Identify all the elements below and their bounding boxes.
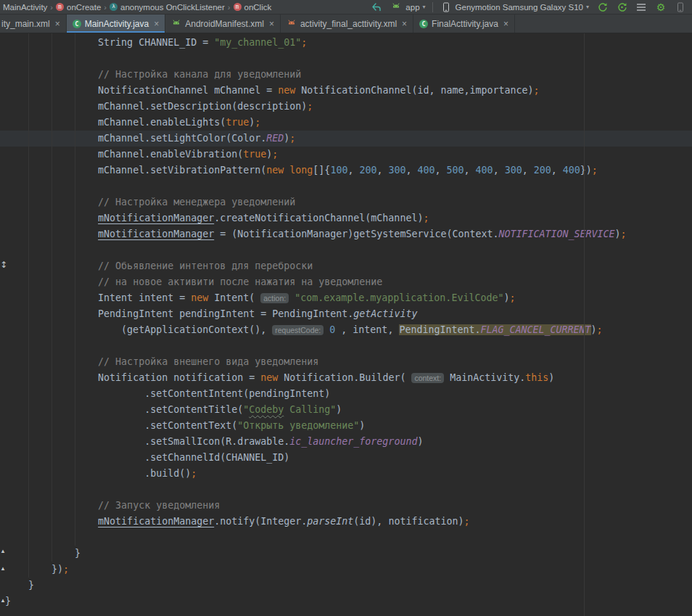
- phone-icon: [440, 1, 453, 14]
- menu-list-icon[interactable]: [635, 1, 648, 14]
- code-token: ;: [423, 213, 429, 223]
- code-token: ic_launcher_foreground: [289, 436, 417, 447]
- code-token: ): [591, 324, 597, 335]
- android-icon: [390, 1, 403, 14]
- code-token: mChannel.setLightColor(Color.: [98, 133, 266, 144]
- code-line[interactable]: [5, 482, 692, 498]
- code-line[interactable]: (getApplicationContext(), requestCode: 0…: [5, 322, 692, 338]
- code-line[interactable]: mChannel.enableVibration(true);: [5, 147, 692, 163]
- code-token: ;: [255, 117, 260, 128]
- code-line[interactable]: NotificationChannel mChannel = new Notif…: [5, 83, 692, 99]
- run-configuration-selector[interactable]: app ▾: [390, 1, 425, 14]
- code-token: long: [289, 165, 313, 176]
- breadcrumb-item-anonymous-onclicklistener[interactable]: λ anonymous OnClickListener: [110, 3, 225, 12]
- code-line[interactable]: // Настройка канала для уведомлений: [5, 67, 692, 83]
- code-line[interactable]: [5, 242, 692, 258]
- breadcrumb-label: MainActivity: [3, 3, 47, 12]
- close-icon[interactable]: ×: [55, 19, 60, 29]
- breadcrumb-item-mainactivity[interactable]: MainActivity: [3, 3, 47, 12]
- code-line[interactable]: Intent intent = new Intent( action: "com…: [5, 290, 692, 306]
- code-line[interactable]: // Настройка внешнего вида уведомления: [5, 354, 692, 370]
- code-line[interactable]: .setContentText("Открыть уведомление"): [5, 418, 692, 434]
- code-line[interactable]: .build();: [5, 466, 692, 482]
- code-line[interactable]: }: [5, 594, 692, 609]
- code-line[interactable]: [5, 51, 692, 67]
- code-line[interactable]: // Настройка менеджера уведомлений: [5, 194, 692, 210]
- code-line-caret[interactable]: mChannel.setLightColor(Color.RED);: [0, 131, 692, 147]
- code-token: .setChannelId(CHANNEL_ID): [144, 452, 289, 463]
- code-token: mChannel.setDescription(description): [98, 101, 307, 112]
- right-margin-guide: [584, 33, 585, 616]
- code-line[interactable]: mChannel.setDescription(description);: [5, 99, 692, 115]
- tab-androidmanifest-xml[interactable]: AndroidManifest.xml ×: [165, 15, 281, 33]
- main-toolbar: app ▾ Genymotion Samsung Galaxy S10 ▾ ⚙: [370, 1, 689, 14]
- code-line[interactable]: .setContentTitle("Codeby Calling"): [5, 402, 692, 418]
- code-token: // на новое активити после нажатия на ув…: [98, 276, 382, 287]
- code-line[interactable]: PendingIntent pendingIntent = PendingInt…: [5, 306, 692, 322]
- fold-marker-icon[interactable]: ▴: [0, 564, 6, 572]
- code-line[interactable]: // Обьявление интентов для переброски: [5, 258, 692, 274]
- apply-code-changes-icon[interactable]: [615, 1, 628, 14]
- code-token: Notification notification =: [98, 372, 260, 383]
- indent-guide: [75, 33, 75, 546]
- code-line[interactable]: // на новое активити после нажатия на ув…: [5, 274, 692, 290]
- code-token: ;: [301, 37, 307, 48]
- class-file-icon: C: [73, 20, 81, 28]
- tab-mainactivity-java[interactable]: C MainActivity.java ×: [67, 15, 166, 33]
- code-token: ): [359, 420, 365, 431]
- breadcrumb-item-oncreate[interactable]: m onCreate: [56, 3, 101, 12]
- code-line[interactable]: mChannel.enableLights(true);: [5, 115, 692, 131]
- code-token: .notify(Integer.: [214, 516, 307, 527]
- code-token: // Настройка менеджера уведомлений: [98, 197, 295, 208]
- code-token: }): [580, 165, 592, 176]
- code-token: 100: [330, 165, 347, 176]
- code-line[interactable]: .setChannelId(CHANNEL_ID): [5, 450, 692, 466]
- fold-marker-icon[interactable]: ▴: [0, 596, 6, 604]
- editor[interactable]: ↕ ▴ ▴ ▴ String CHANNEL_ID = "my_channel_…: [0, 33, 692, 616]
- back-arrow-icon[interactable]: [370, 1, 383, 14]
- apply-changes-icon[interactable]: [596, 1, 609, 14]
- device-file-explorer-icon[interactable]: [674, 1, 687, 14]
- code-token: ,: [347, 165, 359, 176]
- close-icon[interactable]: ×: [269, 19, 274, 29]
- code-line[interactable]: mNotificationManager.createNotificationC…: [5, 210, 692, 226]
- close-icon[interactable]: ×: [402, 19, 407, 29]
- code-line[interactable]: String CHANNEL_ID = "my_channel_01";: [5, 35, 692, 51]
- tab-finalacttivity-java[interactable]: C FinalActtivity.java ×: [413, 15, 515, 33]
- navigation-bar: MainActivity › m onCreate › λ anonymous …: [0, 0, 692, 15]
- code-token: FLAG_CANCEL_CURRENT: [480, 324, 590, 335]
- code-token: ,: [551, 165, 563, 176]
- fold-marker-icon[interactable]: ▴: [0, 547, 6, 554]
- code-token: new: [278, 85, 295, 96]
- code-line[interactable]: mNotificationManager = (NotificationMana…: [5, 226, 692, 242]
- code-line[interactable]: });: [5, 562, 692, 578]
- code-token: }: [5, 596, 11, 607]
- code-line[interactable]: Notification notification = new Notifica…: [5, 370, 692, 386]
- code-token: .setContentText(: [144, 420, 237, 431]
- code-line[interactable]: mChannel.setVibrationPattern(new long[]{…: [5, 163, 692, 178]
- tab-activity-main-xml[interactable]: ity_main.xml ×: [0, 15, 67, 33]
- device-selector[interactable]: Genymotion Samsung Galaxy S10 ▾: [440, 1, 589, 14]
- code-token: .setContentTitle(: [144, 404, 243, 415]
- gear-icon[interactable]: ⚙: [654, 1, 667, 14]
- breadcrumb-item-onclick[interactable]: m onClick: [234, 3, 272, 12]
- code-line[interactable]: // Запуск уведомления: [5, 498, 692, 514]
- code-token: }: [75, 548, 81, 559]
- code-token: Notification.Builder(: [278, 372, 411, 383]
- code-token: ,: [464, 165, 476, 176]
- code-token: // Настройка внешнего вида уведомления: [98, 356, 318, 367]
- code-token: }: [28, 580, 34, 591]
- code-line[interactable]: [5, 530, 692, 546]
- close-icon[interactable]: ×: [503, 19, 508, 29]
- code-line[interactable]: [5, 178, 692, 194]
- code-area[interactable]: String CHANNEL_ID = "my_channel_01"; // …: [5, 35, 692, 609]
- tab-activity-final-acttivity-xml[interactable]: activity_final_acttivity.xml ×: [281, 15, 413, 33]
- code-line[interactable]: .setSmallIcon(R.drawable.ic_launcher_for…: [5, 434, 692, 450]
- code-line[interactable]: }: [5, 546, 692, 562]
- code-line[interactable]: }: [5, 578, 692, 594]
- code-line[interactable]: mNotificationManager.notify(Integer.pars…: [5, 514, 692, 530]
- code-line[interactable]: [5, 338, 692, 354]
- close-icon[interactable]: ×: [154, 19, 159, 29]
- code-line[interactable]: .setContentIntent(pendingIntent): [5, 386, 692, 402]
- fold-marker-icon[interactable]: ↕: [0, 260, 6, 270]
